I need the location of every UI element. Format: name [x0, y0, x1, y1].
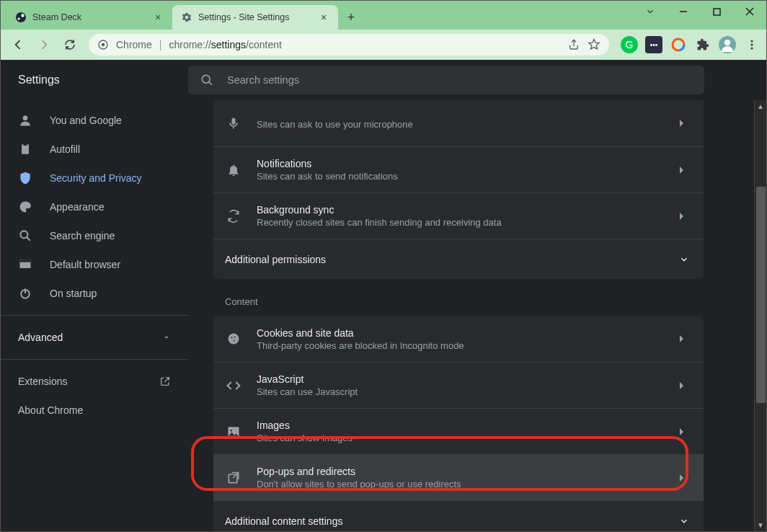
svg-line-17 [209, 82, 212, 85]
scroll-up-icon[interactable]: ▲ [755, 100, 766, 112]
chevron-right-icon [675, 166, 689, 174]
extensions-puzzle-icon[interactable] [694, 36, 711, 53]
svg-point-29 [231, 337, 232, 338]
row-subtitle: Recently closed sites can finish sending… [257, 217, 660, 228]
back-button[interactable] [6, 33, 30, 56]
search-settings-input[interactable]: Search settings [188, 66, 704, 94]
address-bar[interactable]: Chrome | chrome://settings/content [89, 34, 609, 56]
svg-rect-4 [714, 9, 720, 15]
mic-icon [225, 115, 242, 132]
chevron-right-icon [675, 427, 689, 436]
setting-row-popups-redirects[interactable]: Pop-ups and redirects Don't allow sites … [213, 454, 704, 500]
sidebar-item-label: Security and Privacy [50, 172, 142, 184]
share-icon[interactable] [567, 38, 580, 51]
chrome-menu-button[interactable] [743, 36, 761, 53]
svg-point-31 [234, 340, 235, 342]
sidebar-item-appearance[interactable]: Appearance [1, 192, 177, 221]
url-display: Chrome | chrome://settings/content [97, 39, 560, 50]
divider [1, 315, 188, 316]
caret-down-icon[interactable] [634, 1, 667, 22]
svg-point-8 [102, 43, 105, 47]
extension-circle-icon[interactable] [670, 36, 687, 53]
reload-button[interactable] [58, 33, 81, 56]
profile-avatar[interactable] [719, 36, 736, 53]
svg-point-12 [724, 40, 730, 45]
extension-grammarly-icon[interactable]: G [621, 36, 638, 53]
chevron-right-icon [675, 474, 689, 482]
setting-row-cookies[interactable]: Cookies and site data Third-party cookie… [213, 316, 704, 362]
row-subtitle: Don't allow sites to send pop-ups or use… [257, 479, 660, 489]
svg-point-33 [230, 430, 232, 432]
setting-row-notifications[interactable]: Notifications Sites can ask to send noti… [213, 146, 704, 192]
person-icon [18, 113, 32, 128]
sidebar-item-on-startup[interactable]: On startup [1, 279, 177, 308]
expander-label: Additional permissions [225, 254, 326, 265]
maximize-button[interactable] [700, 1, 733, 22]
tab-label: Steam Deck [32, 12, 81, 22]
close-icon[interactable]: × [318, 12, 329, 23]
tab-label: Settings - Site Settings [198, 12, 289, 22]
shield-icon [18, 171, 32, 185]
tab-steam-deck[interactable]: Steam Deck × [6, 5, 172, 30]
sidebar-item-default-browser[interactable]: Default browser [1, 250, 177, 279]
sidebar-item-you-and-google[interactable]: You and Google [1, 106, 177, 135]
row-title: Cookies and site data [257, 327, 660, 339]
vertical-scrollbar[interactable]: ▲ ▼ [754, 100, 766, 531]
svg-point-2 [17, 17, 19, 19]
scroll-thumb[interactable] [756, 187, 766, 403]
minimize-button[interactable] [667, 1, 700, 22]
content-section-label: Content [213, 279, 704, 316]
expander-label: Additional content settings [225, 515, 342, 527]
svg-rect-27 [232, 118, 236, 125]
svg-point-15 [750, 47, 753, 49]
extension-bitwarden-icon[interactable]: ••• [645, 36, 662, 53]
url-text: chrome://settings/content [169, 39, 281, 50]
svg-point-16 [202, 75, 210, 83]
setting-row-javascript[interactable]: JavaScript Sites can use Javascript [213, 362, 704, 408]
sidebar-item-security-privacy[interactable]: Security and Privacy [1, 164, 177, 192]
svg-point-28 [229, 334, 239, 345]
clipboard-icon [18, 142, 32, 156]
sidebar-advanced[interactable]: Advanced [1, 323, 188, 352]
divider: | [159, 39, 162, 50]
chevron-down-icon [162, 333, 171, 342]
chevron-right-icon [675, 119, 689, 128]
setting-row-background-sync[interactable]: Background sync Recently closed sites ca… [213, 192, 704, 239]
sidebar-item-label: You and Google [50, 115, 122, 126]
tab-strip: Steam Deck × Settings - Site Settings × … [1, 1, 361, 30]
row-subtitle: Sites can ask to use your microphone [257, 119, 660, 130]
svg-point-21 [20, 231, 27, 238]
svg-rect-24 [20, 260, 31, 262]
steam-icon [15, 12, 27, 23]
sidebar-item-autofill[interactable]: Autofill [1, 135, 177, 164]
row-subtitle: Sites can show images [257, 433, 660, 443]
row-title: JavaScript [257, 373, 660, 385]
close-icon[interactable]: × [152, 12, 164, 23]
bookmark-icon[interactable] [588, 38, 600, 51]
svg-point-30 [234, 337, 236, 338]
row-title: Notifications [257, 158, 660, 169]
svg-point-0 [16, 12, 26, 22]
sidebar-item-label: Default browser [50, 259, 120, 270]
forward-button[interactable] [32, 33, 56, 56]
image-icon [225, 423, 242, 440]
sidebar-about-chrome[interactable]: About Chrome [1, 396, 177, 425]
close-window-button[interactable] [733, 1, 766, 22]
scroll-down-icon[interactable]: ▼ [755, 519, 766, 531]
row-subtitle: Sites can use Javascript [257, 386, 660, 397]
sidebar-item-search-engine[interactable]: Search engine [1, 221, 177, 250]
svg-line-22 [27, 237, 30, 241]
tab-settings[interactable]: Settings - Site Settings × [172, 5, 338, 30]
settings-page: Settings Search settings You and Google … [1, 60, 766, 531]
additional-permissions-expander[interactable]: Additional permissions [213, 239, 704, 279]
additional-content-expander[interactable]: Additional content settings [213, 500, 704, 531]
svg-point-14 [750, 43, 753, 45]
settings-sidebar: You and Google Autofill Security and Pri… [1, 100, 188, 531]
sidebar-item-label: On startup [50, 288, 97, 299]
setting-row-images[interactable]: Images Sites can show images [213, 408, 704, 454]
setting-row-microphone[interactable]: Sites can ask to use your microphone [213, 100, 704, 146]
origin-label: Chrome [116, 39, 152, 50]
svg-rect-20 [24, 143, 27, 146]
sidebar-extensions[interactable]: Extensions [1, 367, 188, 396]
new-tab-button[interactable]: + [341, 7, 361, 27]
